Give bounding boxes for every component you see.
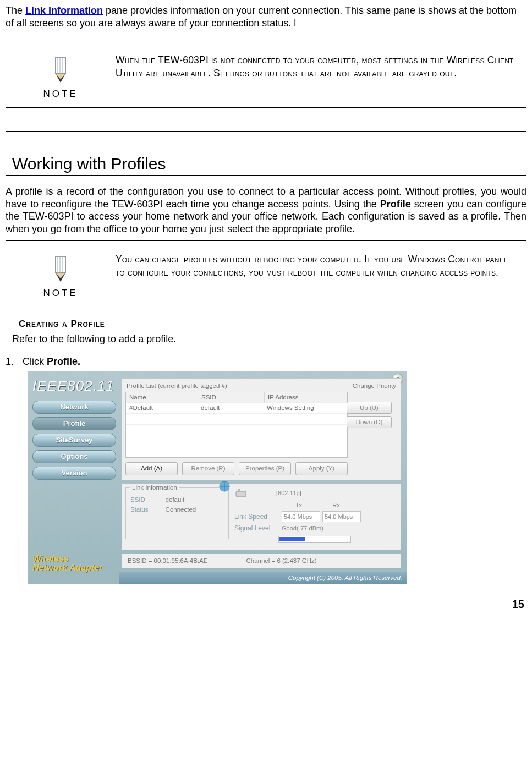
nav-version[interactable]: Version xyxy=(32,467,116,480)
col-name[interactable]: Name xyxy=(126,392,198,403)
note-block-2: NOTE You can change profiles without reb… xyxy=(6,241,526,311)
divider xyxy=(6,311,526,311)
nav-network[interactable]: Network xyxy=(32,401,116,414)
signal-level-value: Good(-77 dBm) xyxy=(282,525,323,533)
rx-label: Rx xyxy=(319,502,353,509)
bssid-value: BSSID = 00:01:95:6A:4B:AE xyxy=(128,557,207,565)
add-button[interactable]: Add (A) xyxy=(125,462,178,475)
profiles-paragraph: A profile is a record of the configurati… xyxy=(6,185,526,235)
creating-profile-heading: Creating a Profile xyxy=(19,318,526,330)
note-text: You can change profiles without rebootin… xyxy=(116,253,526,279)
status-label: Status xyxy=(130,506,160,513)
link-speed-label: Link Speed xyxy=(234,513,278,521)
apply-button[interactable]: Apply (Y) xyxy=(295,462,348,475)
nav-profile[interactable]: Profile xyxy=(32,417,116,430)
properties-button[interactable]: Properties (P) xyxy=(239,462,291,475)
divider xyxy=(6,131,526,132)
up-button[interactable]: Up (U) xyxy=(347,402,392,414)
svg-rect-6 xyxy=(56,256,65,273)
wireless-utility-window: ✕ IEEE802.11 Network Profile SiteSurvey … xyxy=(28,371,407,584)
svg-rect-13 xyxy=(236,491,246,497)
status-bar: BSSID = 00:01:95:6A:4B:AE Channel = 6 (2… xyxy=(122,554,401,568)
note-block-1: NOTE When the TEW-603PI is not connected… xyxy=(6,46,526,107)
col-ssid[interactable]: SSID xyxy=(198,392,265,403)
logo: IEEE802.11 xyxy=(32,377,116,395)
signal-level-label: Signal Level xyxy=(234,524,278,533)
table-row[interactable] xyxy=(126,414,347,425)
down-button[interactable]: Down (D) xyxy=(347,416,392,428)
ssid-value: default xyxy=(166,496,185,503)
ssid-label: SSID xyxy=(130,496,160,503)
svg-marker-5 xyxy=(56,74,65,79)
table-row[interactable] xyxy=(126,435,347,446)
adapter-icon xyxy=(234,487,249,500)
step-1: 1. Click Profile. xyxy=(6,355,526,368)
copyright-bar: Copyright (C) 2005, All Rights Reserved. xyxy=(119,572,407,584)
page-number: 15 xyxy=(6,598,526,611)
intro-paragraph: The Link Information pane provides infor… xyxy=(6,4,526,29)
nav-options[interactable]: Options xyxy=(32,450,116,463)
note-label: NOTE xyxy=(6,287,116,299)
note-label: NOTE xyxy=(6,88,116,100)
table-row[interactable] xyxy=(126,425,347,436)
wireless-network-adapter-label: WirelessNetwork Adapter xyxy=(32,555,116,573)
profile-list-panel: Profile List (current profile tagged #) … xyxy=(122,378,401,480)
tx-label: Tx xyxy=(282,502,316,509)
mode-tag: [802.11g] xyxy=(276,490,301,497)
channel-value: Channel = 6 (2.437 GHz) xyxy=(246,557,316,565)
note-text: When the TEW-603PI is not connected to y… xyxy=(116,54,526,80)
rx-value xyxy=(322,511,361,522)
table-row[interactable] xyxy=(126,446,347,457)
link-information-panel: Link Information SSID default Status Con… xyxy=(122,484,401,551)
pencil-note-icon xyxy=(48,75,73,86)
divider xyxy=(6,107,526,108)
sub-intro: Refer to the following to add a profile. xyxy=(12,333,526,346)
svg-rect-14 xyxy=(238,489,240,492)
svg-rect-0 xyxy=(56,57,65,74)
col-ip[interactable]: IP Address xyxy=(265,392,347,403)
section-heading: Working with Profiles xyxy=(12,154,526,174)
link-info-legend: Link Information xyxy=(130,484,179,491)
link-information-link[interactable]: Link Information xyxy=(25,5,103,16)
status-value: Connected xyxy=(166,506,196,513)
sidebar: IEEE802.11 Network Profile SiteSurvey Op… xyxy=(28,371,119,584)
profile-table[interactable]: Name SSID IP Address #Default default Wi… xyxy=(125,392,348,458)
svg-marker-11 xyxy=(56,273,65,278)
pencil-note-icon xyxy=(48,274,73,285)
tx-value xyxy=(282,511,320,522)
divider xyxy=(6,175,526,176)
remove-button[interactable]: Remove (R) xyxy=(182,462,234,475)
table-row[interactable]: #Default default Windows Setting xyxy=(126,403,347,414)
globe-icon xyxy=(217,480,232,492)
nav-sitesurvey[interactable]: SiteSurvey xyxy=(32,434,116,447)
change-priority-label: Change Priority xyxy=(353,382,396,390)
profile-list-label: Profile List (current profile tagged #) xyxy=(127,382,227,390)
signal-bar xyxy=(278,536,351,543)
